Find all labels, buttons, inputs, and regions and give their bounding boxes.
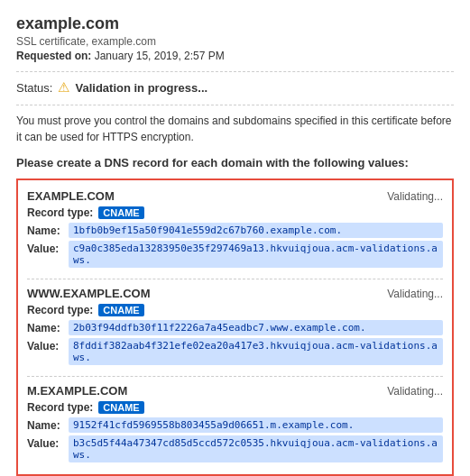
name-label-1: Name:: [27, 320, 63, 334]
description: You must prove you control the domains a…: [16, 113, 454, 145]
record-type-label-0: Record type:: [27, 206, 93, 219]
record-type-row-0: Record type: CNAME: [27, 206, 443, 219]
value-row-0: Value: c9a0c385eda13283950e35f297469a13.…: [27, 241, 443, 268]
record-type-badge-2: CNAME: [98, 401, 143, 414]
requested-label: Requested on:: [16, 50, 91, 62]
status-row: Status: ⚠ Validation in progress...: [16, 79, 454, 96]
cert-subtitle: SSL certificate, example.com: [16, 35, 454, 48]
domain-name-1: WWW.EXAMPLE.COM: [27, 287, 151, 300]
value-label-0: Value:: [27, 241, 63, 255]
name-row-2: Name: 9152f41cfd5969558b803455a9d06651.m…: [27, 417, 443, 433]
value-value-1: 8fddif382aab4f321efe02ea20a417e3.hkvuiqj…: [69, 338, 443, 365]
record-type-label-2: Record type:: [27, 401, 93, 414]
requested-date: January 15, 2019, 2:57 PM: [95, 50, 225, 62]
requested-on: Requested on: January 15, 2019, 2:57 PM: [16, 50, 454, 62]
status-label: Status:: [16, 81, 52, 95]
name-value-2: 9152f41cfd5969558b803455a9d06651.m.examp…: [69, 417, 443, 433]
status-text: Validation in progress...: [75, 81, 207, 95]
domain-name-0: EXAMPLE.COM: [27, 189, 115, 203]
name-row-0: Name: 1bfb0b9ef15a50f9041e559d2c67b760.e…: [27, 223, 443, 238]
value-label-1: Value:: [27, 338, 63, 352]
validating-text-0: Validating...: [387, 190, 443, 203]
record-type-row-1: Record type: CNAME: [27, 304, 443, 316]
record-type-label-1: Record type:: [27, 304, 93, 316]
divider-1: [16, 71, 454, 72]
divider-2: [16, 105, 454, 105]
domain-name-2: M.EXAMPLE.COM: [27, 384, 127, 398]
value-label-2: Value:: [27, 435, 63, 450]
name-label-0: Name:: [27, 223, 63, 237]
domain-header-0: EXAMPLE.COM Validating...: [27, 189, 443, 203]
domain-header-2: M.EXAMPLE.COM Validating...: [27, 384, 443, 398]
domain-section-2: M.EXAMPLE.COM Validating... Record type:…: [27, 384, 443, 462]
validating-text-2: Validating...: [387, 385, 443, 398]
site-title: example.com: [16, 14, 454, 33]
record-type-badge-0: CNAME: [98, 206, 143, 219]
domains-box: EXAMPLE.COM Validating... Record type: C…: [16, 178, 454, 476]
value-row-1: Value: 8fddif382aab4f321efe02ea20a417e3.…: [27, 338, 443, 365]
record-type-row-2: Record type: CNAME: [27, 401, 443, 414]
section-divider-1: [27, 279, 443, 279]
name-label-2: Name:: [27, 417, 63, 432]
name-value-1: 2b03f94ddfb30f11f2226a7a45eadbc7.www.exa…: [69, 320, 443, 335]
value-value-0: c9a0c385eda13283950e35f297469a13.hkvuiqj…: [69, 241, 443, 268]
name-row-1: Name: 2b03f94ddfb30f11f2226a7a45eadbc7.w…: [27, 320, 443, 335]
record-type-badge-1: CNAME: [98, 304, 143, 316]
warning-icon: ⚠: [58, 79, 69, 96]
domain-section-0: EXAMPLE.COM Validating... Record type: C…: [27, 189, 443, 268]
value-row-2: Value: b3c5d5f44a47347cd85d5ccd572c0535.…: [27, 435, 443, 462]
name-value-0: 1bfb0b9ef15a50f9041e559d2c67b760.example…: [69, 223, 443, 238]
validating-text-1: Validating...: [387, 288, 443, 300]
domain-section-1: WWW.EXAMPLE.COM Validating... Record typ…: [27, 287, 443, 365]
value-value-2: b3c5d5f44a47347cd85d5ccd572c0535.hkvuiqj…: [69, 435, 443, 462]
section-divider-2: [27, 376, 443, 377]
instruction: Please create a DNS record for each doma…: [16, 156, 454, 169]
domain-header-1: WWW.EXAMPLE.COM Validating...: [27, 287, 443, 300]
